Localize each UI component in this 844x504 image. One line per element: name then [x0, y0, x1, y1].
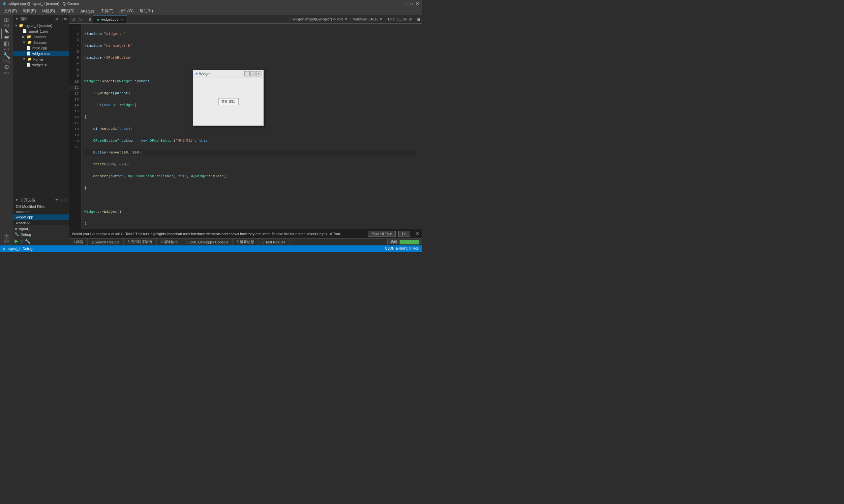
tree-pro-file[interactable]: 📄 signal_1.pro: [13, 28, 69, 34]
tree-widget-ui[interactable]: 📄 widget.ui: [13, 62, 69, 68]
sync-icon[interactable]: ⇄: [55, 17, 58, 21]
tree-widget-cpp[interactable]: 📄 widget.cpp: [13, 51, 69, 56]
tree-main-cpp[interactable]: 📄 main.cpp: [13, 45, 69, 51]
widget-preview-body: 关闭窗口: [193, 77, 263, 126]
cpp-icon-2: 📄: [27, 51, 31, 56]
tab-close-button[interactable]: ✕: [121, 18, 123, 21]
signal1-item: ◈ signal_1: [15, 227, 68, 231]
close-window-button[interactable]: 关闭窗口: [218, 98, 239, 105]
panel-toggle-button[interactable]: ⊞: [415, 16, 422, 23]
menu-file[interactable]: 文件(F): [1, 7, 19, 15]
sources-arrow: ▼: [22, 40, 26, 44]
nav-back-button[interactable]: ◁: [69, 16, 76, 23]
doc-widget-ui[interactable]: widget.ui: [13, 220, 69, 225]
tab-test-results[interactable]: 8 Test Results: [258, 238, 290, 246]
menu-tools[interactable]: 工具(T): [98, 7, 116, 15]
docs-close-icon[interactable]: ✕: [64, 198, 67, 202]
status-right-text: CSDN @海拔宝贝 小刘: [385, 247, 419, 251]
tab-compile-output[interactable]: 4 编译输出: [157, 238, 182, 246]
build-panel-tab[interactable]: 构建: [387, 239, 422, 245]
tab-qml-debugger[interactable]: 5 QML Debugger Console: [182, 238, 232, 246]
doc-diff[interactable]: Diff Modified Files: [13, 204, 69, 209]
project-header[interactable]: ▼ 项目 ⇄ ⊟ ⊞: [13, 15, 69, 23]
line-col-label: Line: 11, Col: 28: [388, 17, 412, 21]
tab-search-results[interactable]: 2 Search Results: [88, 238, 124, 246]
ln-6: 6: [69, 55, 79, 60]
expand-icon[interactable]: ⊞: [64, 17, 67, 21]
ln-16: 16: [69, 114, 79, 120]
design-label: 设计: [4, 48, 9, 51]
ln-12: 12: [69, 91, 79, 96]
sidebar-item-edit[interactable]: ✎ 编辑: [1, 28, 12, 39]
take-ui-tour-button[interactable]: Take UI Tour: [368, 231, 396, 237]
encoding-selector[interactable]: Windows (CRLF) ▼: [350, 17, 385, 21]
sidebar-item-design[interactable]: ◧ 设计: [1, 40, 12, 51]
close-button[interactable]: ✕: [415, 1, 419, 5]
ln-8: 8: [69, 67, 79, 73]
ln-21: 21: [69, 144, 79, 150]
docs-expand-icon[interactable]: ⊞: [60, 198, 63, 202]
doc-main-cpp[interactable]: main.cpp: [13, 209, 69, 214]
open-docs-title: 打开文档: [20, 198, 35, 203]
widget-close-icon: ✕: [258, 72, 260, 75]
do-button[interactable]: Do: [398, 231, 410, 237]
forms-arrow: ▼: [22, 57, 26, 61]
docs-sync-icon[interactable]: ⇄: [55, 198, 58, 202]
sidebar-item-welcome[interactable]: ⊞ 欢迎: [1, 16, 12, 27]
run-debug-button[interactable]: ▷: [20, 238, 23, 244]
widget-close-button[interactable]: ✕: [256, 71, 261, 76]
test-results-label: 8 Test Results: [262, 240, 285, 244]
debug-bottom-icon: 🔧: [15, 232, 19, 236]
widget-preview-window[interactable]: ◈ Widget ─ □ ✕ 关闭窗口: [193, 70, 264, 126]
code-editor[interactable]: #include "widget.h" #include "ui_widget.…: [82, 24, 418, 229]
app-icon: ◈: [3, 1, 6, 6]
tree-root-project[interactable]: ▼ 📁 signal_1 [master]: [13, 23, 69, 28]
project-arrow: ▼: [15, 17, 18, 21]
tab-app-output[interactable]: 3 应用程序输出: [124, 238, 157, 246]
menu-analyze[interactable]: Analyze: [78, 8, 97, 14]
menu-controls[interactable]: 控件(W): [117, 7, 136, 15]
minimize-button[interactable]: ─: [404, 1, 408, 5]
editor-scrollbar[interactable]: [418, 24, 422, 229]
tab-widget-cpp[interactable]: ◈ widget.cpp ✕: [93, 15, 127, 23]
widget-maximize-button[interactable]: □: [250, 71, 256, 76]
notification-close-button[interactable]: ✕: [415, 231, 419, 237]
run-button[interactable]: ▶: [15, 238, 18, 244]
filter-icon[interactable]: ⊟: [60, 17, 63, 21]
ln-17: 17: [69, 120, 79, 126]
menu-edit[interactable]: 编辑(E): [20, 7, 38, 15]
project-root-label: signal_1 [master]: [25, 24, 52, 28]
fold-arrow-7[interactable]: ▼: [77, 62, 79, 66]
headers-arrow: ▶: [22, 35, 25, 38]
tab-summary[interactable]: 6 概要信息: [233, 238, 258, 246]
left-icons-panel: ⊞ 欢迎 ✎ 编辑 ◧ 设计 🔧 Debug ⚙ 项目 ? 帮助: [0, 15, 13, 246]
edit-label: 编辑: [4, 36, 10, 39]
ln-11: 11: [69, 85, 79, 91]
build-tools-button[interactable]: 🔧: [25, 238, 30, 244]
debug-bottom-label: Debug: [20, 233, 31, 236]
nav-forward-button[interactable]: ▷: [76, 16, 84, 23]
tab-problems[interactable]: 1 问题: [69, 238, 88, 246]
titlebar-title: widget.cpp @ signal_1 [master] - Qt Crea…: [8, 2, 404, 5]
ln-14: 14: [69, 103, 79, 108]
sidebar-item-debug[interactable]: 🔧 Debug: [1, 52, 12, 62]
menu-help[interactable]: 帮助(H): [137, 7, 156, 15]
nav-pause-button[interactable]: ⏸: [86, 16, 93, 23]
function-selector[interactable]: Widget::Widget(QWidget *) -> void ▼: [290, 17, 350, 21]
tree-sources[interactable]: ▼ 📁 Sources: [13, 39, 69, 45]
sidebar-item-help[interactable]: ? 帮助: [1, 234, 12, 244]
doc-widget-cpp[interactable]: widget.cpp: [13, 214, 69, 220]
sidebar-item-project[interactable]: ⚙ 项目: [1, 64, 12, 74]
statusbar: ◈ signal_1 Debug CSDN @海拔宝贝 小刘: [0, 246, 422, 252]
maximize-button[interactable]: □: [410, 1, 414, 5]
menu-build[interactable]: 构建(B): [39, 7, 58, 15]
tree-forms[interactable]: ▼ 📁 Forms: [13, 56, 69, 62]
welcome-label: 欢迎: [4, 24, 9, 28]
widget-cpp-label: widget.cpp: [32, 52, 50, 56]
app-output-label: 3 应用程序输出: [127, 239, 152, 245]
tree-headers[interactable]: ▶ 📁 Headers: [13, 34, 69, 39]
code-line-12: resize(800, 600);: [84, 161, 415, 167]
menu-debug[interactable]: 调试(D): [58, 7, 77, 15]
open-docs-header[interactable]: ▼ 打开文档 ⇄ ⊞ ✕: [13, 196, 69, 204]
widget-minimize-button[interactable]: ─: [244, 71, 249, 76]
